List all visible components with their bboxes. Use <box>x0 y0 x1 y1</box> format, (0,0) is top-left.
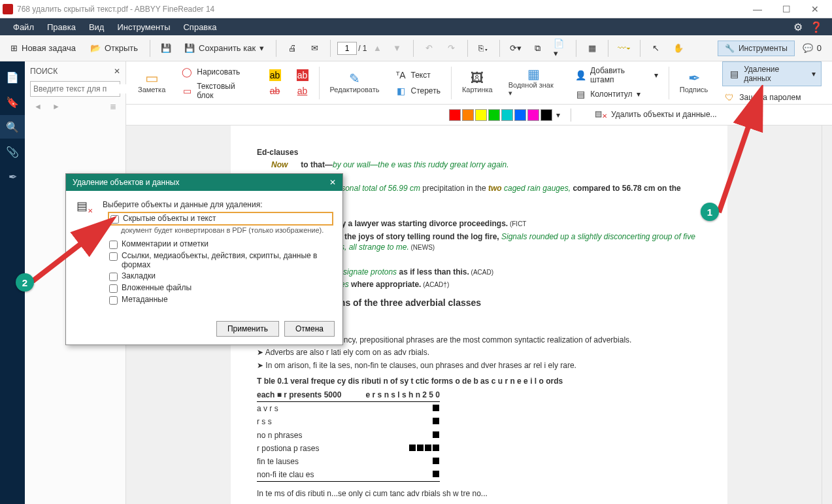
delete-objects-button[interactable]: ▤✕ Удалить объекты и данные... <box>595 109 717 120</box>
stamp-icon: 👤 <box>574 69 586 81</box>
textblock-tool[interactable]: ▭Текстовый блок <box>180 80 254 101</box>
header-footer-tool[interactable]: ▤Колонтитул ▾ <box>573 87 659 101</box>
search-prev-icon[interactable]: ◄ <box>34 102 42 111</box>
delete-objects-icon: ▤✕ <box>595 109 607 120</box>
plus-icon: ⊞ <box>10 43 18 53</box>
help-icon[interactable]: ❓ <box>807 21 825 33</box>
chevron-down-icon: ▾ <box>259 43 264 53</box>
title-bar: 768 удалить скрытый текст.pdf - ABBYY Fi… <box>0 0 832 18</box>
vertical-scrollbar[interactable] <box>822 126 832 504</box>
color-swatch[interactable] <box>501 109 513 121</box>
rail-signature-icon[interactable]: ✒ <box>0 165 25 188</box>
pen-icon: ✒ <box>688 73 700 84</box>
new-task-button[interactable]: ⊞Новая задача <box>5 41 81 56</box>
rotate-button[interactable]: ⟳▾ <box>507 41 525 56</box>
cancel-button[interactable]: Отмена <box>284 321 335 337</box>
checkbox-attachments[interactable]: Вложенные файлы <box>109 283 332 293</box>
page-total: / 1 <box>358 44 367 53</box>
maximize-button[interactable]: ☐ <box>772 0 801 18</box>
note-tool[interactable]: ▭ Заметка <box>131 65 172 101</box>
checkbox-metadata[interactable]: Метаданные <box>109 295 332 305</box>
delete-data-icon: ▤ <box>728 68 740 80</box>
sidebar-close-icon[interactable]: ✕ <box>114 67 120 76</box>
note-icon: ▭ <box>146 73 158 84</box>
header-footer-icon: ▤ <box>574 88 586 100</box>
text-tool[interactable]: ᵀAТекст <box>393 68 441 82</box>
page-down-button[interactable]: ▼ <box>388 41 407 56</box>
color-swatch[interactable] <box>514 109 526 121</box>
draw-tool[interactable]: ◯Нарисовать <box>180 65 254 79</box>
hand-button[interactable]: ✋ <box>669 41 688 56</box>
color-swatch[interactable] <box>475 109 487 121</box>
image-tool[interactable]: 🖼 Картинка <box>456 65 499 101</box>
save-as-icon: 💾 <box>184 43 195 53</box>
watermark-tool[interactable]: ▦ Водяной знак ▾ <box>502 65 565 101</box>
rail-bookmarks-icon[interactable]: 🔖 <box>0 90 25 114</box>
crop-button[interactable]: ⧉ <box>529 41 547 56</box>
save-button[interactable]: 💾 <box>157 41 175 56</box>
print-button[interactable]: 🖨 <box>283 41 301 56</box>
rail-pages-icon[interactable]: 📄 <box>0 65 25 89</box>
wrench-icon: 🔧 <box>725 44 735 53</box>
search-next-icon[interactable]: ► <box>52 102 60 111</box>
save-as-button[interactable]: 💾Сохранить как ▾ <box>179 41 269 56</box>
checkbox-hidden-objects[interactable]: Скрытые объекты и текст <box>109 213 332 224</box>
rail-attachments-icon[interactable]: 📎 <box>0 140 25 163</box>
edit-tool[interactable]: ✎ Редактировать <box>323 65 386 101</box>
hidden-objects-subtext: документ будет конвертирован в PDF (толь… <box>121 226 332 234</box>
menu-tools[interactable]: Инструменты <box>110 22 176 32</box>
protect-tool[interactable]: 🛡Защита паролем <box>722 90 822 105</box>
checkbox-comments[interactable]: Комментарии и отметки <box>109 239 332 249</box>
hl-red-tool[interactable]: ab <box>295 68 310 82</box>
gear-icon[interactable]: ⚙ <box>789 21 807 33</box>
email-button[interactable]: ✉ <box>305 41 324 56</box>
color-swatch[interactable] <box>541 109 552 121</box>
ocr-button[interactable]: ▦ <box>583 41 601 56</box>
color-swatch[interactable] <box>462 109 474 121</box>
delete-data-button[interactable]: ▤Удаление данных ▾ <box>722 61 822 86</box>
menu-view[interactable]: Вид <box>82 22 111 32</box>
checkbox-bookmarks[interactable]: Закладки <box>109 271 332 281</box>
edit-ribbon: ▭ Заметка ◯Нарисовать ▭Текстовый блок ab… <box>126 61 832 105</box>
checkbox-links[interactable]: Ссылки, медиаобъекты, действия, скрипты,… <box>109 251 332 269</box>
shield-icon: 🛡 <box>724 92 735 103</box>
hl-yellow-tool[interactable]: ab <box>268 68 282 82</box>
close-button[interactable]: ✕ <box>801 0 829 18</box>
annotation-badge-1: 1 <box>701 203 719 221</box>
stamp-tool[interactable]: 👤Добавить штамп ▾ <box>573 65 659 86</box>
arrow-button[interactable]: ↖ <box>647 41 665 56</box>
dialog-close-icon[interactable]: ✕ <box>329 178 336 187</box>
color-swatch[interactable] <box>488 109 500 121</box>
annotation-badge-2: 2 <box>16 273 34 292</box>
color-dropdown-icon[interactable]: ▾ <box>556 110 560 120</box>
redo-button[interactable]: ↷ <box>442 41 461 56</box>
open-button[interactable]: 📂Открыть <box>85 41 143 56</box>
menu-help[interactable]: Справка <box>176 22 223 32</box>
menu-file[interactable]: Файл <box>7 22 41 32</box>
menu-edit[interactable]: Правка <box>41 22 82 32</box>
dialog-list-icon: ▤✕ <box>76 199 93 214</box>
comments-button[interactable]: 💬0 <box>797 41 827 56</box>
comment-icon: 💬 <box>803 43 813 53</box>
sidebar-title: ПОИСК <box>30 67 58 76</box>
erase-tool[interactable]: ◧Стереть <box>393 84 441 98</box>
copy-button[interactable]: ⎘▾ <box>474 41 493 56</box>
rail-search-icon[interactable]: 🔍 <box>0 115 25 139</box>
color-swatch[interactable] <box>449 109 461 121</box>
signature-tool[interactable]: ✒ Подпись <box>673 65 715 101</box>
underline-tool[interactable]: ab <box>295 84 310 98</box>
undo-button[interactable]: ↶ <box>420 41 439 56</box>
hl-strike-tool[interactable]: ab <box>268 84 282 98</box>
highlight-red-icon: ab <box>297 69 308 81</box>
apply-button[interactable]: Применить <box>216 321 279 337</box>
page-input[interactable] <box>337 42 357 55</box>
tools-toggle-button[interactable]: 🔧Инструменты <box>718 41 795 56</box>
minimize-button[interactable]: — <box>743 0 772 18</box>
text-icon: ᵀA <box>395 69 407 81</box>
search-options-icon[interactable]: ≣ <box>110 102 116 111</box>
page-up-button[interactable]: ▲ <box>369 41 387 56</box>
search-input[interactable] <box>33 84 131 93</box>
color-swatch[interactable] <box>527 109 539 121</box>
page-tools-button[interactable]: 📄▾ <box>551 36 569 61</box>
highlight-button[interactable]: 〰▾ <box>615 41 633 56</box>
